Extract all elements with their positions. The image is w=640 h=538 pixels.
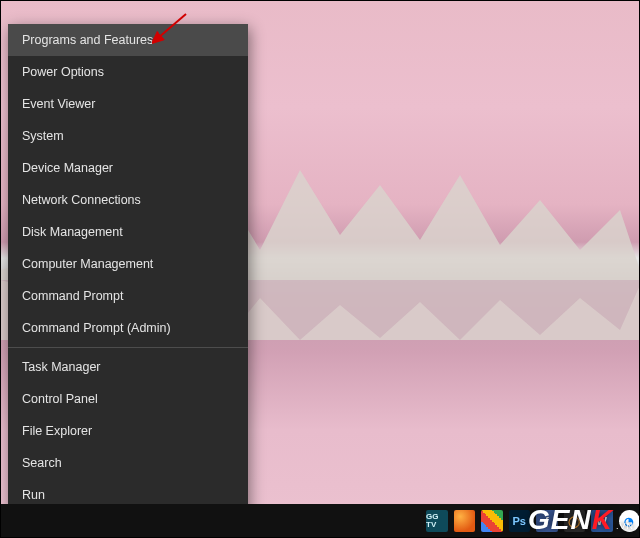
menu-item-label: System xyxy=(22,129,64,143)
menu-item-command-prompt[interactable]: Command Prompt xyxy=(8,280,248,312)
taskbar-icon-ggtv[interactable]: GG TV xyxy=(426,510,448,532)
menu-item-label: Task Manager xyxy=(22,360,101,374)
taskbar-icon-messenger[interactable]: ◔ xyxy=(619,510,641,532)
menu-item-label: File Explorer xyxy=(22,424,92,438)
menu-item-command-prompt-admin[interactable]: Command Prompt (Admin) xyxy=(8,312,248,344)
menu-item-device-manager[interactable]: Device Manager xyxy=(8,152,248,184)
menu-item-system[interactable]: System xyxy=(8,120,248,152)
taskbar-icon-facebook[interactable]: f xyxy=(536,510,558,532)
menu-item-label: Command Prompt (Admin) xyxy=(22,321,171,335)
taskbar: GG TV Ps f ◯ W ◔ xyxy=(0,504,640,538)
menu-item-power-options[interactable]: Power Options xyxy=(8,56,248,88)
menu-separator xyxy=(8,347,248,348)
taskbar-icon-word[interactable]: W xyxy=(591,510,613,532)
menu-item-task-manager[interactable]: Task Manager xyxy=(8,351,248,383)
winx-context-menu: Programs and FeaturesPower OptionsEvent … xyxy=(8,24,248,538)
taskbar-icon-unknown[interactable]: ◯ xyxy=(564,510,586,532)
menu-item-label: Power Options xyxy=(22,65,104,79)
menu-item-label: Programs and Features xyxy=(22,33,153,47)
taskbar-icon-firefox[interactable] xyxy=(454,510,476,532)
taskbar-icon-photoshop[interactable]: Ps xyxy=(509,510,531,532)
menu-item-label: Control Panel xyxy=(22,392,98,406)
menu-item-event-viewer[interactable]: Event Viewer xyxy=(8,88,248,120)
menu-item-label: Run xyxy=(22,488,45,502)
menu-item-file-explorer[interactable]: File Explorer xyxy=(8,415,248,447)
menu-item-control-panel[interactable]: Control Panel xyxy=(8,383,248,415)
menu-item-label: Network Connections xyxy=(22,193,141,207)
menu-item-label: Computer Management xyxy=(22,257,153,271)
menu-item-label: Command Prompt xyxy=(22,289,123,303)
menu-item-search[interactable]: Search xyxy=(8,447,248,479)
menu-item-label: Search xyxy=(22,456,62,470)
menu-item-label: Event Viewer xyxy=(22,97,95,111)
taskbar-icon-chrome[interactable] xyxy=(481,510,503,532)
menu-item-computer-management[interactable]: Computer Management xyxy=(8,248,248,280)
menu-item-label: Device Manager xyxy=(22,161,113,175)
menu-item-disk-management[interactable]: Disk Management xyxy=(8,216,248,248)
menu-item-programs-and-features[interactable]: Programs and Features xyxy=(8,24,248,56)
menu-item-network-connections[interactable]: Network Connections xyxy=(8,184,248,216)
menu-item-label: Disk Management xyxy=(22,225,123,239)
